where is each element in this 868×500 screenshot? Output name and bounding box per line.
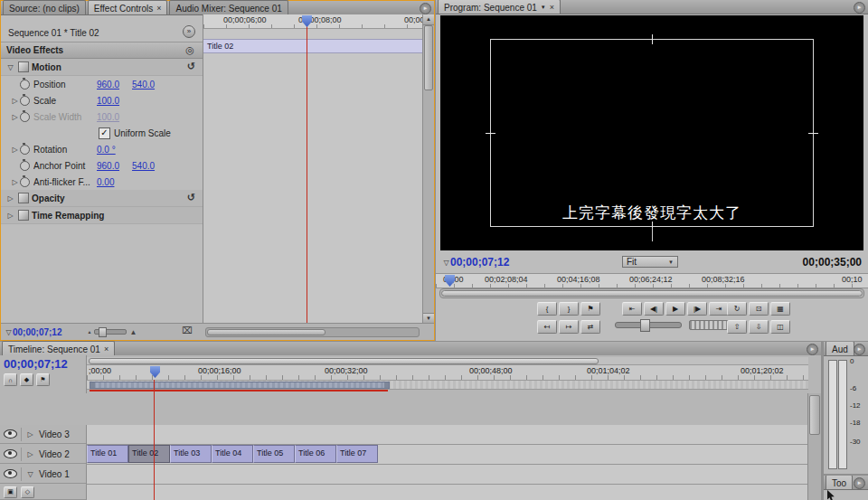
- expander-icon[interactable]: ▽: [5, 63, 15, 71]
- h-scrollbar[interactable]: [205, 327, 420, 337]
- delete-effect-icon[interactable]: ⌧: [182, 325, 193, 335]
- expander-icon[interactable]: ▷: [5, 212, 15, 220]
- go-to-in-button[interactable]: ↤: [537, 320, 557, 334]
- effects-badge-icon[interactable]: ◎: [184, 44, 195, 55]
- timeline-clip[interactable]: Title 06: [295, 445, 336, 463]
- output-button[interactable]: ▦: [770, 302, 790, 316]
- extract-button[interactable]: ⇩: [749, 320, 769, 334]
- set-chapter-marker-button[interactable]: ◆: [20, 373, 33, 386]
- scroll-up-icon[interactable]: ▲: [423, 14, 434, 25]
- viewing-area-bar[interactable]: [87, 357, 808, 365]
- snap-button[interactable]: ∩: [4, 373, 17, 386]
- close-icon[interactable]: ×: [104, 344, 108, 354]
- viewing-area-bar[interactable]: [439, 288, 864, 298]
- track-video1-keyframe-body[interactable]: [86, 485, 808, 500]
- uniform-scale-checkbox[interactable]: ✓: [99, 127, 110, 139]
- safe-margins-button[interactable]: ⊡: [749, 302, 769, 316]
- play-button[interactable]: ▶: [665, 302, 685, 316]
- zoom-out-icon[interactable]: ▲: [87, 329, 91, 335]
- collapse-icon[interactable]: ▽: [5, 328, 13, 336]
- jog-wheel[interactable]: [689, 320, 731, 330]
- reset-icon[interactable]: ↺: [187, 61, 195, 72]
- scrollbar-thumb[interactable]: [207, 329, 326, 335]
- effect-timeline-ruler[interactable]: 00;00;06;0000;00;08;0000;00: [203, 14, 423, 29]
- toggle-animation-icon[interactable]: [20, 96, 30, 106]
- set-marker-button[interactable]: ⚑: [580, 302, 600, 316]
- track-video3-body[interactable]: [86, 425, 808, 445]
- visibility-icon[interactable]: [4, 469, 17, 478]
- toggle-animation-icon[interactable]: [20, 145, 30, 155]
- motion-effect-header[interactable]: ▽ Motion ↺: [1, 59, 203, 76]
- close-icon[interactable]: ×: [156, 4, 161, 13]
- timeline-ruler[interactable]: ;00;0000;00;16;0000;00;32;0000;00;48;000…: [86, 355, 808, 393]
- program-ruler[interactable]: 00;0000;02;08;0400;04;16;0800;06;24;1200…: [436, 273, 868, 288]
- panel-menu-icon[interactable]: ▸: [854, 477, 865, 489]
- tab-audio-master[interactable]: Aud: [826, 342, 854, 355]
- viewing-area-thumb[interactable]: [441, 290, 863, 297]
- visibility-icon[interactable]: [4, 429, 17, 439]
- program-current-timecode[interactable]: 00;00;07;12: [450, 256, 509, 269]
- expander-icon[interactable]: ▷: [10, 146, 20, 154]
- timeline-clip[interactable]: Title 03: [170, 445, 212, 463]
- track-video1-body[interactable]: [86, 465, 808, 485]
- timeline-ruler-numbers[interactable]: ;00;0000;00;16;0000;00;32;0000;00;48;000…: [87, 365, 808, 381]
- track-video3-header[interactable]: ▷ Video 3: [0, 425, 86, 444]
- lift-button[interactable]: ⇧: [727, 320, 747, 334]
- fit-select[interactable]: Fit ▼: [622, 256, 678, 268]
- expander-icon[interactable]: ▷: [10, 178, 20, 186]
- effect-timeline[interactable]: 00;00;06;0000;00;08;0000;00 Title 02: [203, 14, 423, 324]
- panel-menu-icon[interactable]: ▸: [420, 3, 431, 14]
- track-video1-header[interactable]: ▽ Video 1: [0, 465, 86, 484]
- current-timecode[interactable]: 00;00;07;12: [13, 327, 61, 337]
- tab-tools[interactable]: Too: [826, 476, 853, 489]
- scale-value[interactable]: 100.0: [97, 96, 119, 106]
- work-area-handle-left[interactable]: [90, 382, 95, 388]
- timeline-timecode[interactable]: 00;00;07;12: [0, 355, 86, 371]
- tab-timeline[interactable]: Timeline: Sequence 01 ×: [2, 341, 115, 355]
- shuttle-thumb[interactable]: [640, 319, 650, 332]
- expander-icon[interactable]: ▽: [25, 470, 35, 478]
- anchor-y-value[interactable]: 540.0: [132, 161, 155, 171]
- scrollbar-thumb[interactable]: [424, 25, 433, 90]
- track-video2-body[interactable]: Title 01Title 02Title 03Title 04Title 05…: [86, 445, 808, 465]
- work-area-handle-right[interactable]: [384, 382, 389, 388]
- track-video2-header[interactable]: ▷ Video 2: [0, 445, 86, 464]
- opacity-effect-header[interactable]: ▷ Opacity ↺: [1, 190, 203, 207]
- set-out-button[interactable]: }: [559, 302, 579, 316]
- toggle-animation-icon[interactable]: [20, 161, 30, 171]
- visibility-icon[interactable]: [4, 449, 17, 458]
- work-area-segment[interactable]: [90, 382, 390, 389]
- set-in-button[interactable]: {: [537, 302, 557, 316]
- monitor-dropdown-icon[interactable]: ▼: [541, 5, 546, 10]
- step-back-button[interactable]: ◀|: [644, 302, 664, 316]
- close-icon[interactable]: ×: [550, 3, 554, 12]
- shuttle-slider[interactable]: [615, 322, 682, 328]
- go-to-out-button[interactable]: ↦: [559, 320, 579, 334]
- tab-audio-mixer[interactable]: Audio Mixer: Sequence 01: [169, 0, 288, 14]
- panel-menu-icon[interactable]: ▸: [807, 344, 818, 355]
- trim-button[interactable]: ◫: [770, 320, 790, 334]
- collapse-effects-icon[interactable]: »: [183, 25, 195, 38]
- go-to-next-edit-button[interactable]: ⇥: [709, 302, 729, 316]
- position-x-value[interactable]: 960.0: [97, 80, 119, 90]
- reset-icon[interactable]: ↺: [187, 192, 195, 203]
- scrollbar-thumb[interactable]: [809, 395, 820, 435]
- step-forward-button[interactable]: |▶: [687, 302, 707, 316]
- time-remapping-effect-header[interactable]: ▷ Time Remapping: [1, 207, 203, 224]
- v-scrollbar[interactable]: [807, 393, 821, 500]
- panel-menu-icon[interactable]: ▸: [854, 2, 865, 14]
- panel-menu-icon[interactable]: ▸: [854, 344, 865, 355]
- display-style-icon[interactable]: ▣: [4, 486, 17, 498]
- play-in-to-out-button[interactable]: ⇄: [580, 320, 600, 334]
- timeline-clip[interactable]: Title 05: [253, 445, 295, 463]
- expander-icon[interactable]: ▷: [25, 450, 35, 458]
- expander-icon[interactable]: ▷: [5, 194, 15, 203]
- set-marker-button[interactable]: ⚑: [36, 373, 50, 386]
- tab-program[interactable]: Program: Sequence 01 ▼ ×: [438, 0, 561, 14]
- selection-tool-button[interactable]: [826, 490, 840, 500]
- position-y-value[interactable]: 540.0: [132, 80, 155, 90]
- zoom-in-icon[interactable]: ▲: [129, 328, 137, 336]
- zoom-slider-thumb[interactable]: [99, 327, 107, 337]
- viewing-area-thumb[interactable]: [89, 358, 599, 364]
- timeline-clip[interactable]: Title 04: [212, 445, 253, 463]
